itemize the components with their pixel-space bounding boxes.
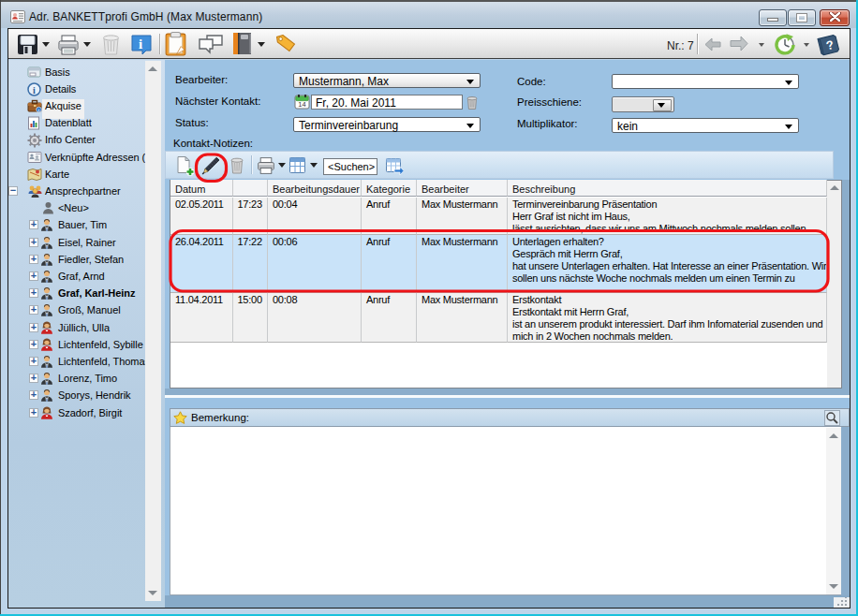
svg-text:14: 14 (298, 100, 305, 109)
svg-text:i: i (139, 37, 142, 51)
svg-text:i: i (33, 84, 36, 95)
